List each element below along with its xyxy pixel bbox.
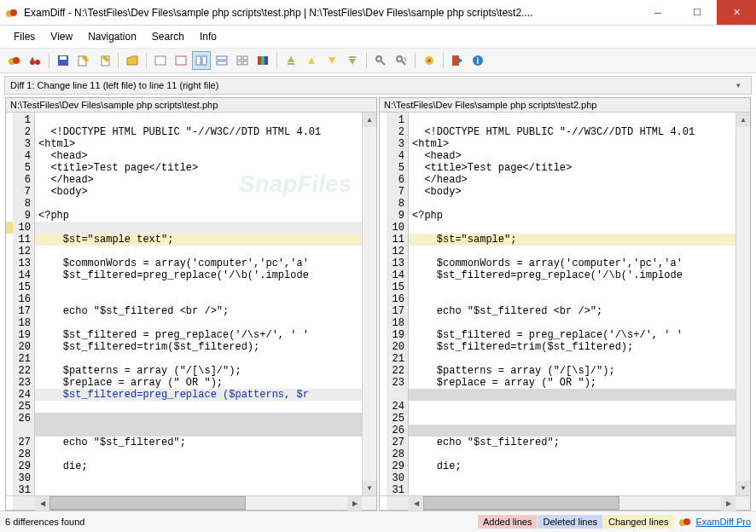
code-line[interactable]: <body> [409, 186, 736, 198]
edit-right-icon[interactable] [95, 51, 113, 70]
code-line[interactable] [409, 484, 736, 495]
code-line[interactable]: <!DOCTYPE HTML PUBLIC "-//W3C//DTD HTML … [35, 126, 362, 138]
code-line[interactable] [35, 317, 362, 329]
code-line[interactable] [409, 401, 736, 413]
code-line[interactable]: <title>Test page</title> [35, 162, 362, 174]
code-line[interactable]: $patterns = array ("/[\s]/"); [409, 365, 736, 377]
nav-prev-icon[interactable] [302, 51, 321, 70]
left-vscroll[interactable]: ▲ ▼ [362, 113, 376, 495]
code-line[interactable]: die; [409, 460, 736, 472]
code-line[interactable] [35, 484, 362, 495]
right-hscroll[interactable]: ◀ ▶ [409, 496, 736, 510]
code-line[interactable]: </head> [409, 174, 736, 186]
compare-icon[interactable] [5, 51, 24, 70]
scroll-up-icon[interactable]: ▲ [363, 113, 376, 127]
code-line[interactable] [409, 222, 736, 234]
nav-first-icon[interactable] [282, 51, 300, 70]
scroll-up-icon[interactable]: ▲ [736, 113, 750, 127]
code-line[interactable] [409, 389, 736, 401]
minimize-button[interactable]: ─ [638, 0, 677, 25]
brand-link[interactable]: ExamDiff Pro [678, 515, 751, 529]
code-line[interactable]: <head> [35, 150, 362, 162]
code-line[interactable]: echo "$st_filtered <br />"; [35, 305, 362, 317]
view-grid-icon[interactable] [233, 51, 252, 70]
view-colors-icon[interactable] [253, 51, 272, 70]
code-line[interactable]: $st_filtered = preg_replace('/\s+/', ' ' [409, 329, 736, 341]
code-line[interactable] [35, 246, 362, 257]
code-line[interactable]: $st="sample"; [409, 234, 736, 246]
code-line[interactable]: <!DOCTYPE HTML PUBLIC "-//W3C//DTD HTML … [409, 126, 736, 138]
code-line[interactable]: $st_filtered=trim($st_filtered); [35, 341, 362, 353]
code-line[interactable]: echo "$st_filtered"; [409, 437, 736, 448]
code-line[interactable] [409, 293, 736, 305]
menu-info[interactable]: Info [193, 29, 224, 44]
code-line[interactable] [35, 293, 362, 305]
code-line[interactable]: </head> [35, 174, 362, 186]
open-folder-icon[interactable] [123, 51, 142, 70]
options-icon[interactable] [420, 51, 439, 70]
code-line[interactable]: $replace = array (" OR "); [409, 377, 736, 389]
code-line[interactable]: die; [35, 460, 362, 472]
code-line[interactable]: echo "$st_filtered"; [35, 437, 362, 448]
left-code[interactable]: <!DOCTYPE HTML PUBLIC "-//W3C//DTD HTML … [35, 113, 362, 495]
code-line[interactable] [35, 114, 362, 126]
scroll-right-icon[interactable]: ▶ [347, 496, 362, 511]
scroll-left-icon[interactable]: ◀ [35, 496, 49, 511]
nav-last-icon[interactable] [343, 51, 362, 70]
menu-search[interactable]: Search [145, 29, 191, 44]
code-line[interactable] [409, 425, 736, 437]
view-split-h-icon[interactable] [212, 51, 231, 70]
code-line[interactable]: $patterns = array ("/[\s]/"); [35, 365, 362, 377]
save-icon[interactable] [54, 51, 73, 70]
code-line[interactable]: <?php [35, 210, 362, 222]
code-line[interactable]: $st_filtered=preg_replace('/\b('.implode [409, 269, 736, 281]
code-line[interactable] [409, 353, 736, 365]
left-hscroll[interactable]: ◀ ▶ [35, 496, 362, 510]
scroll-down-icon[interactable]: ▼ [736, 481, 750, 495]
find-next-icon[interactable] [392, 51, 410, 70]
scroll-thumb[interactable] [49, 496, 246, 510]
view-side-icon[interactable] [192, 51, 211, 70]
code-line[interactable] [35, 198, 362, 210]
code-line[interactable]: $commonWords = array('computer','pc','a' [409, 257, 736, 269]
code-line[interactable] [35, 353, 362, 365]
exit-icon[interactable] [448, 51, 467, 70]
menu-files[interactable]: Files [7, 29, 42, 44]
close-button[interactable]: ✕ [717, 0, 756, 25]
code-line[interactable] [35, 222, 362, 234]
code-line[interactable]: <body> [35, 186, 362, 198]
brand-text[interactable]: ExamDiff Pro [695, 517, 751, 527]
code-line[interactable] [409, 448, 736, 460]
code-line[interactable]: $st_filtered=preg_replace ($patterns, $r [35, 389, 362, 401]
chevron-down-icon[interactable]: ▾ [730, 81, 746, 90]
code-line[interactable] [35, 281, 362, 293]
right-vscroll[interactable]: ▲ ▼ [736, 113, 750, 495]
code-line[interactable]: $commonWords = array('computer','pc','a' [35, 257, 362, 269]
right-code[interactable]: <!DOCTYPE HTML PUBLIC "-//W3C//DTD HTML … [409, 113, 736, 495]
maximize-button[interactable]: ☐ [677, 0, 717, 25]
code-line[interactable]: echo "$st_filtered <br />"; [409, 305, 736, 317]
view-over-icon[interactable] [172, 51, 190, 70]
code-line[interactable]: <title>Test page</title> [409, 162, 736, 174]
help-icon[interactable]: i [468, 51, 487, 70]
scroll-thumb[interactable] [423, 496, 619, 510]
menu-navigation[interactable]: Navigation [81, 29, 143, 44]
code-line[interactable] [409, 246, 736, 257]
code-line[interactable] [35, 448, 362, 460]
code-line[interactable]: <?php [409, 210, 736, 222]
view-single-icon[interactable] [151, 51, 170, 70]
code-line[interactable]: $st_filtered=preg_replace('/\b('.implode [35, 269, 362, 281]
code-line[interactable] [35, 472, 362, 484]
find-icon[interactable] [371, 51, 390, 70]
code-line[interactable] [409, 472, 736, 484]
code-line[interactable] [409, 114, 736, 126]
scroll-down-icon[interactable]: ▼ [363, 481, 376, 495]
scroll-left-icon[interactable]: ◀ [409, 496, 423, 511]
code-line[interactable]: $replace = array (" OR "); [35, 377, 362, 389]
code-line[interactable]: <html> [35, 138, 362, 150]
code-line[interactable] [409, 198, 736, 210]
code-line[interactable]: <head> [409, 150, 736, 162]
edit-left-icon[interactable] [74, 51, 93, 70]
code-line[interactable]: $st_filtered=trim($st_filtered); [409, 341, 736, 353]
code-line[interactable] [35, 425, 362, 437]
